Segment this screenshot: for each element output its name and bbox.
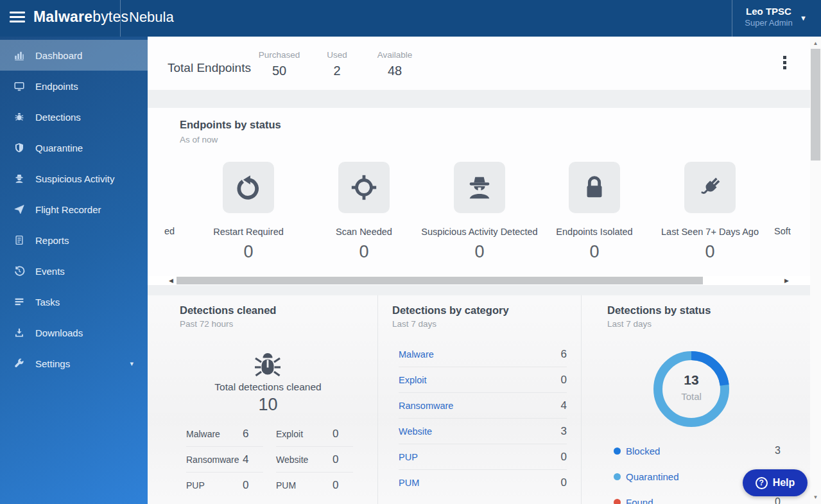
kebab-menu-icon[interactable] <box>778 56 791 71</box>
stat-purchased: Purchased 50 <box>250 50 308 78</box>
sidebar-item-tasks[interactable]: Tasks <box>0 286 148 317</box>
top-bar: Malwarebytes Nebula Leo TPSC Super Admin… <box>0 0 821 37</box>
help-button[interactable]: ? Help <box>743 469 808 496</box>
endpoints-by-status-subtitle: As of now <box>180 135 218 144</box>
list-item[interactable]: Malware6 <box>399 342 567 367</box>
sidebar-item-label: Downloads <box>35 327 83 338</box>
brand-bold: Malware <box>33 8 92 25</box>
sidebar-item-flight-recorder[interactable]: Flight Recorder <box>0 194 148 225</box>
detections-cleaned-subtitle: Past 72 hours <box>180 319 233 329</box>
horizontal-scrollbar[interactable]: ◀ ▶ <box>148 276 810 285</box>
envelope-icon <box>13 501 25 504</box>
legend-row-blocked[interactable]: Blocked 3 <box>614 438 781 464</box>
endpoint-stats: Purchased 50 Used 2 Available 48 <box>250 50 424 78</box>
sidebar-item-downloads[interactable]: Downloads <box>0 317 148 348</box>
table-row: Malware6 Exploit0 <box>186 421 353 447</box>
status-card-last-seen[interactable]: Last Seen 7+ Days Ago 0 <box>646 162 774 262</box>
status-card-partial-left[interactable]: ed <box>164 226 175 236</box>
main-content: Total Endpoints Purchased 50 Used 2 Avai… <box>148 37 810 504</box>
quarantined-dot-icon <box>614 473 621 480</box>
sidebar-item-detections[interactable]: Detections <box>0 101 148 132</box>
settings-icon <box>13 358 25 369</box>
total-detections-cleaned-value: 10 <box>148 395 377 415</box>
send-feedback-button[interactable]: Send Feedback <box>0 492 148 504</box>
total-detections-cleaned-label: Total detections cleaned <box>148 381 377 393</box>
status-card-endpoints-isolated[interactable]: Endpoints Isolated 0 <box>530 162 659 262</box>
sidebar-item-label: Settings <box>35 358 70 369</box>
quarantine-icon <box>13 142 25 153</box>
nebula-dashboard: Malwarebytes Nebula Leo TPSC Super Admin… <box>0 0 821 504</box>
sidebar: Dashboard Endpoints Detections Quarantin… <box>0 37 148 504</box>
list-item[interactable]: Website3 <box>399 419 567 444</box>
user-menu[interactable]: Leo TPSC Super Admin <box>738 6 799 28</box>
reports-icon <box>13 234 25 246</box>
sidebar-item-label: Endpoints <box>35 81 78 92</box>
sidebar-item-label: Flight Recorder <box>35 204 101 215</box>
scan-target-icon <box>338 162 390 213</box>
restart-icon <box>223 162 274 213</box>
bottom-panels: Detections cleaned Past 72 hours Total d… <box>148 295 810 504</box>
user-name: Leo TPSC <box>738 6 799 17</box>
list-item[interactable]: PUP0 <box>399 444 567 470</box>
found-dot-icon <box>614 499 621 504</box>
lock-icon <box>569 162 620 213</box>
detections-by-category-title: Detections by category <box>392 304 509 317</box>
help-label: Help <box>773 477 795 489</box>
sidebar-item-reports[interactable]: Reports <box>0 225 148 256</box>
detections-by-category-subtitle: Last 7 days <box>392 319 436 329</box>
scroll-left-icon[interactable]: ◀ <box>169 277 173 284</box>
status-card-scan-needed[interactable]: Scan Needed 0 <box>300 162 428 262</box>
question-mark-icon: ? <box>756 477 768 489</box>
detections-status-donut-chart[interactable]: 13 Total <box>652 349 731 429</box>
list-item[interactable]: Ransomware4 <box>399 393 567 419</box>
blocked-dot-icon <box>614 448 621 455</box>
product-name: Nebula <box>129 9 174 26</box>
scroll-up-icon[interactable]: ▲ <box>810 40 821 46</box>
status-card-partial-right[interactable]: Soft <box>774 226 793 236</box>
scroll-right-icon[interactable]: ▶ <box>784 277 789 284</box>
endpoints-icon <box>13 80 25 92</box>
chevron-down-icon[interactable]: ▾ <box>130 360 134 368</box>
brand-regular: bytes <box>92 8 128 25</box>
endpoints-by-status-card: Endpoints by status As of now ed Restart… <box>148 108 810 285</box>
list-item[interactable]: Exploit0 <box>399 367 567 393</box>
detections-icon <box>13 111 25 123</box>
scroll-down-icon[interactable]: ▼ <box>810 494 821 500</box>
sidebar-item-label: Detections <box>35 112 81 123</box>
list-item[interactable]: PUM0 <box>399 470 567 496</box>
user-role: Super Admin <box>738 17 799 28</box>
user-divider <box>732 0 732 37</box>
sidebar-item-quarantine[interactable]: Quarantine <box>0 132 148 163</box>
sidebar-item-events[interactable]: Events <box>0 256 148 286</box>
sidebar-item-settings[interactable]: Settings ▾ <box>0 348 148 379</box>
send-feedback-label: Send Feedback <box>35 502 103 504</box>
category-list: Malware6 Exploit0 Ransomware4 Website3 P… <box>399 342 567 496</box>
vertical-scrollbar-thumb[interactable] <box>811 49 820 161</box>
donut-center: 13 Total <box>652 372 731 402</box>
flight-recorder-icon <box>13 204 25 215</box>
vertical-scrollbar[interactable]: ▲ ▼ <box>810 37 821 504</box>
sidebar-item-label: Suspicious Activity <box>35 173 114 184</box>
status-card-suspicious-activity[interactable]: Suspicious Activity Detected 0 <box>415 162 544 262</box>
table-row: PUP0 PUM0 <box>186 473 353 498</box>
hamburger-menu-icon[interactable] <box>10 12 25 24</box>
dashboard-icon <box>13 49 25 61</box>
sidebar-item-endpoints[interactable]: Endpoints <box>0 71 148 101</box>
status-card-restart-required[interactable]: Restart Required 0 <box>184 162 313 262</box>
sidebar-item-dashboard[interactable]: Dashboard <box>0 40 148 71</box>
bug-icon <box>252 349 283 380</box>
header-divider <box>120 0 121 37</box>
detections-by-category-panel: Detections by category Last 7 days Malwa… <box>377 295 581 504</box>
endpoints-by-status-title: Endpoints by status <box>180 119 281 131</box>
stat-available: Available 48 <box>366 50 424 78</box>
sidebar-item-label: Dashboard <box>35 50 82 61</box>
chevron-down-icon[interactable]: ▼ <box>800 14 807 22</box>
total-endpoints-title: Total Endpoints <box>168 61 251 75</box>
tasks-icon <box>13 296 25 308</box>
donut-total-label: Total <box>652 391 731 402</box>
horizontal-scrollbar-thumb[interactable] <box>177 277 703 284</box>
sidebar-item-label: Reports <box>35 235 69 246</box>
sidebar-item-suspicious-activity[interactable]: Suspicious Activity <box>0 163 148 194</box>
spy-icon <box>454 162 505 213</box>
table-row: Ransomware4 Website0 <box>186 447 353 473</box>
